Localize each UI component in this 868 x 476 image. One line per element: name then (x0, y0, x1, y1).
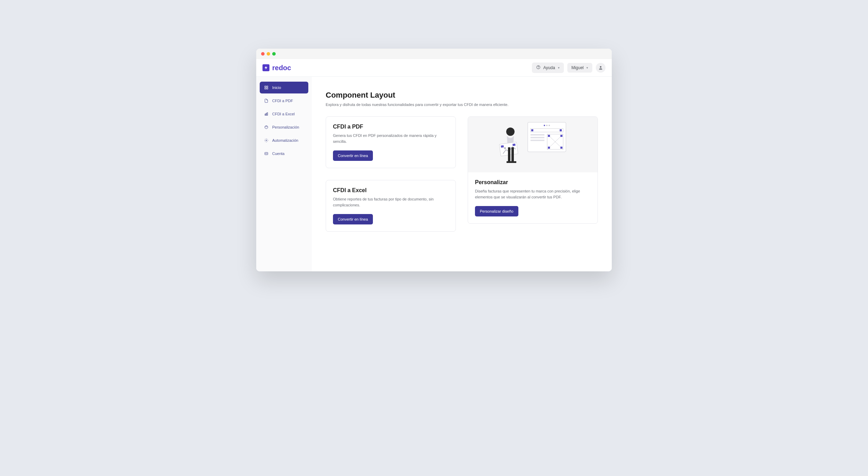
svg-point-19 (506, 128, 515, 136)
card-desc: Diseña facturas que representen tu marca… (475, 188, 591, 200)
maximize-icon[interactable] (272, 52, 276, 56)
svg-rect-33 (531, 129, 533, 131)
cards-grid: CFDI a PDF Genera tus CFDI en PDF person… (326, 116, 598, 232)
sidebar-item-automatizacion[interactable]: Automatización (260, 134, 308, 146)
svg-rect-44 (560, 147, 562, 149)
pdf-icon (264, 98, 269, 103)
card-cfdi-excel: CFDI a Excel Obtiene reportes de tus fac… (326, 180, 456, 232)
close-icon[interactable] (261, 52, 265, 56)
svg-rect-34 (560, 129, 562, 131)
svg-rect-27 (511, 161, 516, 163)
personalize-body: Personalizar Diseña facturas que represe… (468, 172, 598, 223)
svg-point-16 (266, 153, 266, 154)
user-dropdown[interactable]: Miguel ▾ (567, 63, 592, 73)
svg-point-11 (266, 127, 266, 127)
chevron-down-icon: ▾ (558, 66, 560, 69)
home-icon (264, 85, 269, 90)
col-left: CFDI a PDF Genera tus CFDI en PDF person… (326, 116, 456, 232)
convert-pdf-button[interactable]: Convertir en línea (333, 150, 373, 161)
svg-point-14 (266, 140, 267, 141)
personalize-button[interactable]: Personalizar diseño (475, 206, 518, 216)
top-bar: redoc Ayuda ▾ Miguel ▾ (256, 59, 612, 77)
page-title: Component Layout (326, 91, 598, 100)
svg-rect-7 (265, 114, 266, 115)
svg-rect-36 (531, 137, 544, 138)
svg-rect-8 (266, 113, 267, 115)
gear-icon (264, 138, 269, 143)
svg-rect-37 (531, 140, 544, 141)
svg-rect-43 (548, 147, 550, 149)
svg-rect-42 (560, 135, 562, 137)
svg-point-1 (538, 68, 539, 68)
app-window: redoc Ayuda ▾ Miguel ▾ (256, 49, 612, 271)
svg-point-29 (544, 125, 545, 126)
svg-point-30 (546, 125, 548, 126)
page-subtitle: Explora y disfruta de todas nuestras fun… (326, 102, 598, 107)
svg-rect-22 (512, 143, 516, 146)
sidebar-item-cfdi-excel[interactable]: CFDI a Excel (260, 108, 308, 120)
svg-rect-21 (501, 145, 504, 148)
sidebar-item-label: Personalización (272, 125, 299, 129)
sidebar: Inicio CFDI a PDF CFDI a Excel Personali… (256, 77, 312, 271)
svg-point-2 (600, 66, 602, 68)
help-dropdown[interactable]: Ayuda ▾ (532, 63, 564, 73)
svg-point-31 (549, 125, 550, 126)
svg-rect-4 (267, 86, 268, 88)
sidebar-item-label: Cuenta (272, 151, 284, 156)
sidebar-item-label: Inicio (272, 85, 281, 90)
svg-point-13 (267, 127, 267, 127)
main-content: Component Layout Explora y disfruta de t… (312, 77, 612, 271)
card-title: CFDI a PDF (333, 124, 449, 130)
card-title: Personalizar (475, 179, 591, 186)
avatar[interactable] (596, 63, 606, 73)
card-desc: Genera tus CFDI en PDF personalizados de… (333, 133, 449, 144)
card-title: CFDI a Excel (333, 187, 449, 194)
card-personalize: Personalizar Diseña facturas que represe… (468, 116, 598, 224)
account-icon (264, 151, 269, 156)
svg-rect-24 (508, 147, 510, 162)
svg-rect-35 (531, 134, 544, 136)
top-actions: Ayuda ▾ Miguel ▾ (532, 63, 606, 73)
svg-rect-5 (265, 88, 266, 89)
sidebar-item-inicio[interactable]: Inicio (260, 82, 308, 93)
brand[interactable]: redoc (262, 64, 291, 72)
sidebar-item-cfdi-pdf[interactable]: CFDI a PDF (260, 95, 308, 107)
window-chrome (256, 49, 612, 59)
app-body: Inicio CFDI a PDF CFDI a Excel Personali… (256, 77, 612, 271)
minimize-icon[interactable] (267, 52, 270, 56)
help-label: Ayuda (543, 65, 555, 70)
brand-name: redoc (272, 64, 291, 72)
palette-icon (264, 125, 269, 130)
sidebar-item-label: Automatización (272, 138, 298, 142)
personalize-illustration (468, 117, 598, 172)
sidebar-item-label: CFDI a Excel (272, 112, 295, 116)
card-desc: Obtiene reportes de tus facturas por tip… (333, 196, 449, 208)
svg-rect-41 (548, 135, 550, 137)
sidebar-item-label: CFDI a PDF (272, 99, 293, 103)
card-cfdi-pdf: CFDI a PDF Genera tus CFDI en PDF person… (326, 116, 456, 168)
svg-rect-6 (267, 88, 268, 89)
svg-rect-26 (507, 161, 511, 163)
help-icon (536, 65, 541, 71)
brand-icon (262, 64, 269, 71)
col-right: Personalizar Diseña facturas que represe… (468, 116, 598, 224)
svg-rect-9 (267, 113, 268, 115)
user-name: Miguel (571, 65, 584, 70)
svg-rect-25 (511, 147, 514, 162)
svg-point-12 (266, 126, 267, 126)
convert-excel-button[interactable]: Convertir en línea (333, 214, 373, 224)
excel-icon (264, 112, 269, 116)
svg-rect-3 (265, 86, 266, 88)
chevron-down-icon: ▾ (586, 66, 588, 69)
sidebar-item-personalizacion[interactable]: Personalización (260, 121, 308, 133)
sidebar-item-cuenta[interactable]: Cuenta (260, 148, 308, 159)
